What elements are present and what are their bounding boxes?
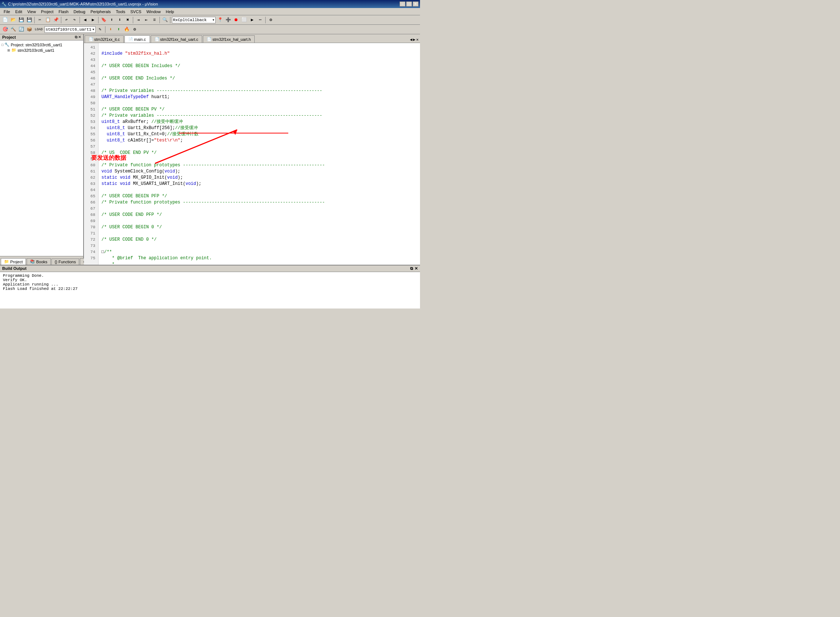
tab-stm32it[interactable]: 📄 stm32f1xx_it.c bbox=[85, 35, 124, 43]
menu-tools[interactable]: Tools bbox=[114, 9, 128, 15]
cut-icon[interactable]: ✂ bbox=[36, 16, 43, 24]
menu-file[interactable]: File bbox=[1, 9, 12, 15]
bookmark-icon[interactable]: 🔖 bbox=[100, 16, 107, 24]
tab-main[interactable]: 📄 main.c bbox=[124, 35, 149, 43]
tab-books[interactable]: 📚 Books bbox=[27, 258, 51, 265]
unindent-icon[interactable]: ⇤ bbox=[143, 16, 150, 24]
paste-icon[interactable]: 📌 bbox=[52, 16, 59, 24]
stop-record-icon[interactable]: ⬜ bbox=[241, 16, 248, 24]
bm-clear-icon[interactable]: ✖ bbox=[124, 16, 132, 24]
new-file-icon[interactable]: 📄 bbox=[1, 16, 9, 24]
save-all-icon[interactable]: 💾 bbox=[25, 16, 33, 24]
batch-icon[interactable]: 📦 bbox=[25, 26, 33, 33]
tab-hal-uart-h[interactable]: 📄 stm32f1xx_hal_uart.h bbox=[203, 35, 255, 43]
copy-icon[interactable]: 📋 bbox=[44, 16, 52, 24]
separator-4 bbox=[98, 17, 99, 23]
tree-expand-icon[interactable]: □ bbox=[1, 43, 3, 47]
separator-8 bbox=[265, 17, 266, 23]
separator-t1 bbox=[105, 26, 105, 33]
build-line-4: Flash Load finished at 22:22:27 bbox=[3, 286, 417, 291]
menu-debug[interactable]: Debug bbox=[71, 9, 87, 15]
menu-svcs[interactable]: SVCS bbox=[128, 9, 143, 15]
search-icon[interactable]: 🔍 bbox=[161, 16, 169, 24]
maximize-button[interactable]: □ bbox=[406, 1, 412, 7]
flash-erase-icon[interactable]: 🔥 bbox=[123, 26, 130, 33]
indent-icon[interactable]: ⇥ bbox=[135, 16, 142, 24]
panel-title: Project ⧉ ✕ bbox=[0, 34, 83, 40]
tree-root[interactable]: □ 🔧 Project: stm32f103rct6_uart1 bbox=[1, 42, 82, 47]
undo-icon[interactable]: ↶ bbox=[63, 16, 70, 24]
locate-icon[interactable]: 📍 bbox=[216, 16, 224, 24]
tab-project[interactable]: 📁 Project bbox=[1, 258, 26, 265]
save-icon[interactable]: 💾 bbox=[18, 16, 25, 24]
tree-child-icon: 📁 bbox=[11, 48, 16, 53]
content-area: Project ⧉ ✕ □ 🔧 Project: stm32f103rct6_u… bbox=[0, 34, 420, 265]
menu-window[interactable]: Window bbox=[144, 9, 163, 15]
tab-hal-uart-c[interactable]: 📄 stm32f1xx_hal_uart.c bbox=[151, 35, 203, 43]
project-panel: Project ⧉ ✕ □ 🔧 Project: stm32f103rct6_u… bbox=[0, 34, 84, 265]
target-icon[interactable]: 🎯 bbox=[1, 26, 9, 33]
bm-prev-icon[interactable]: ⬆ bbox=[108, 16, 115, 24]
panel-float-button[interactable]: ⧉ bbox=[75, 35, 77, 39]
tab-functions-icon: {} bbox=[55, 260, 57, 264]
flash-download-icon[interactable]: ⬇ bbox=[107, 26, 114, 33]
rebuild-icon[interactable]: 🔄 bbox=[18, 26, 25, 33]
tab-stm32it-icon: 📄 bbox=[89, 37, 93, 41]
close-button[interactable]: ✕ bbox=[413, 1, 419, 7]
separator-2 bbox=[61, 17, 61, 23]
menu-project[interactable]: Project bbox=[39, 9, 55, 15]
build-content: Programming Done. Verify OK. Application… bbox=[0, 272, 420, 308]
tab-books-icon: 📚 bbox=[30, 259, 35, 264]
nav-back-icon[interactable]: ◀ bbox=[81, 16, 89, 24]
tree-child[interactable]: ⊞ 📁 stm32f103rct6_uart1 bbox=[1, 47, 82, 53]
editor-wrapper: 41 42 43 44 45 46 47 48 49 50 51 52 53 5… bbox=[84, 43, 420, 265]
toolbar-build: 🎯 🔨 🔄 📦 LOAD stm32f103rct6_uart1 ▾ ✎ ⬇ ⬆… bbox=[0, 25, 420, 34]
build-float-icon[interactable]: ⧉ bbox=[410, 266, 413, 271]
load-icon[interactable]: LOAD bbox=[34, 26, 44, 33]
build-output: Build Output ⧉ ✕ Programming Done. Verif… bbox=[0, 265, 420, 308]
build-output-controls: ⧉ ✕ bbox=[410, 266, 418, 271]
add-icon[interactable]: ➕ bbox=[225, 16, 232, 24]
separator-5 bbox=[133, 17, 133, 23]
tabs-scroll-right-icon[interactable]: ▶ bbox=[413, 37, 416, 42]
tabs-close-icon[interactable]: ✕ bbox=[416, 37, 419, 42]
bm-next-icon[interactable]: ⬇ bbox=[116, 16, 123, 24]
menu-help[interactable]: Help bbox=[163, 9, 176, 15]
record-icon[interactable]: ⏺ bbox=[232, 16, 240, 24]
more-icon[interactable]: ⋯ bbox=[257, 16, 264, 24]
build-icon[interactable]: 🔨 bbox=[9, 26, 17, 33]
function-dropdown[interactable]: RxCpltCallback ▾ bbox=[172, 17, 216, 23]
redo-icon[interactable]: ↷ bbox=[71, 16, 78, 24]
settings-icon[interactable]: ⚙ bbox=[267, 16, 274, 24]
panel-close-button[interactable]: ✕ bbox=[78, 35, 81, 39]
tree-child-expand-icon[interactable]: ⊞ bbox=[7, 49, 10, 52]
main-container: Project ⧉ ✕ □ 🔧 Project: stm32f103rct6_u… bbox=[0, 34, 420, 308]
project-tree: □ 🔧 Project: stm32f103rct6_uart1 ⊞ 📁 stm… bbox=[0, 40, 83, 256]
format-icon[interactable]: ≡ bbox=[151, 16, 158, 24]
flash-config-icon[interactable]: ⚙ bbox=[131, 26, 138, 33]
target-dropdown[interactable]: stm32f103rct6_uart1 ▾ bbox=[44, 26, 96, 33]
open-icon[interactable]: 📂 bbox=[9, 16, 17, 24]
menu-flash[interactable]: Flash bbox=[56, 9, 71, 15]
app-icon: 🔧 bbox=[1, 2, 7, 7]
build-close-icon[interactable]: ✕ bbox=[414, 266, 418, 271]
menu-edit[interactable]: Edit bbox=[13, 9, 24, 15]
nav-fwd-icon[interactable]: ▶ bbox=[89, 16, 97, 24]
play-icon[interactable]: ▶ bbox=[248, 16, 256, 24]
editor-area: 📄 stm32f1xx_it.c 📄 main.c 📄 stm32f1xx_ha… bbox=[84, 34, 420, 265]
line-numbers: 41 42 43 44 45 46 47 48 49 50 51 52 53 5… bbox=[84, 43, 99, 265]
editor-tabs-list: 📄 stm32f1xx_it.c 📄 main.c 📄 stm32f1xx_ha… bbox=[85, 35, 256, 43]
minimize-button[interactable]: − bbox=[399, 1, 405, 7]
menu-bar: File Edit View Project Flash Debug Perip… bbox=[0, 8, 420, 15]
target-config-icon[interactable]: ✎ bbox=[96, 26, 104, 33]
tab-functions[interactable]: {} Functions bbox=[52, 258, 79, 265]
tabs-scroll-left-icon[interactable]: ◀ bbox=[410, 37, 412, 42]
code-content[interactable]: #include "stm32f1xx_hal.h" /* USER CODE … bbox=[99, 43, 420, 265]
menu-view[interactable]: View bbox=[25, 9, 38, 15]
tab-hal-uart-c-icon: 📄 bbox=[155, 37, 159, 41]
code-editor[interactable]: 41 42 43 44 45 46 47 48 49 50 51 52 53 5… bbox=[84, 43, 420, 265]
flash-upload-icon[interactable]: ⬆ bbox=[115, 26, 122, 33]
build-line-1: Programming Done. bbox=[3, 273, 417, 278]
menu-peripherals[interactable]: Peripherals bbox=[88, 9, 113, 15]
tab-project-icon: 📁 bbox=[4, 259, 9, 264]
